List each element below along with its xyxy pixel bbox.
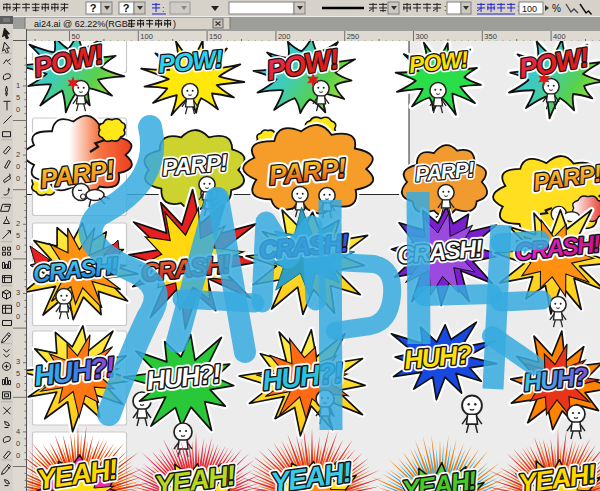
svg-text:0: 0 bbox=[16, 105, 20, 114]
svg-text:0: 0 bbox=[16, 243, 20, 252]
svg-text::: : bbox=[444, 3, 447, 13]
svg-text:100: 100 bbox=[522, 4, 537, 14]
svg-text:0: 0 bbox=[16, 174, 20, 183]
svg-text:1: 1 bbox=[16, 81, 20, 90]
svg-text:4: 4 bbox=[16, 427, 20, 436]
svg-text:ai24.ai @ 62.22%(RGB/: ai24.ai @ 62.22%(RGB/ bbox=[34, 19, 131, 29]
svg-text:100: 100 bbox=[140, 32, 153, 41]
svg-text:%: % bbox=[552, 3, 561, 14]
svg-text:400: 400 bbox=[553, 32, 566, 41]
svg-text:5: 5 bbox=[16, 231, 20, 240]
svg-text:0: 0 bbox=[16, 300, 20, 309]
svg-text:5: 5 bbox=[16, 93, 20, 102]
svg-text:): ) bbox=[173, 19, 176, 29]
svg-text:2: 2 bbox=[16, 219, 20, 228]
svg-text:?: ? bbox=[90, 2, 97, 14]
svg-text:350: 350 bbox=[484, 32, 497, 41]
svg-text:?: ? bbox=[123, 2, 130, 14]
svg-text:5: 5 bbox=[16, 369, 20, 378]
svg-text:300: 300 bbox=[416, 32, 429, 41]
svg-text:3: 3 bbox=[16, 357, 20, 366]
svg-text:150: 150 bbox=[209, 32, 222, 41]
svg-text:250: 250 bbox=[347, 32, 360, 41]
svg-text:HUH?: HUH? bbox=[403, 339, 473, 375]
svg-text:POW!: POW! bbox=[157, 44, 224, 78]
svg-text:0: 0 bbox=[16, 312, 20, 321]
svg-text:50: 50 bbox=[72, 32, 80, 41]
svg-text:3: 3 bbox=[16, 288, 20, 297]
svg-text::: : bbox=[162, 4, 165, 14]
svg-text:0: 0 bbox=[16, 162, 20, 171]
svg-text:2: 2 bbox=[16, 150, 20, 159]
svg-text:0: 0 bbox=[16, 381, 20, 390]
svg-text:200: 200 bbox=[278, 32, 291, 41]
svg-text:0: 0 bbox=[16, 451, 20, 460]
svg-text:0: 0 bbox=[16, 439, 20, 448]
